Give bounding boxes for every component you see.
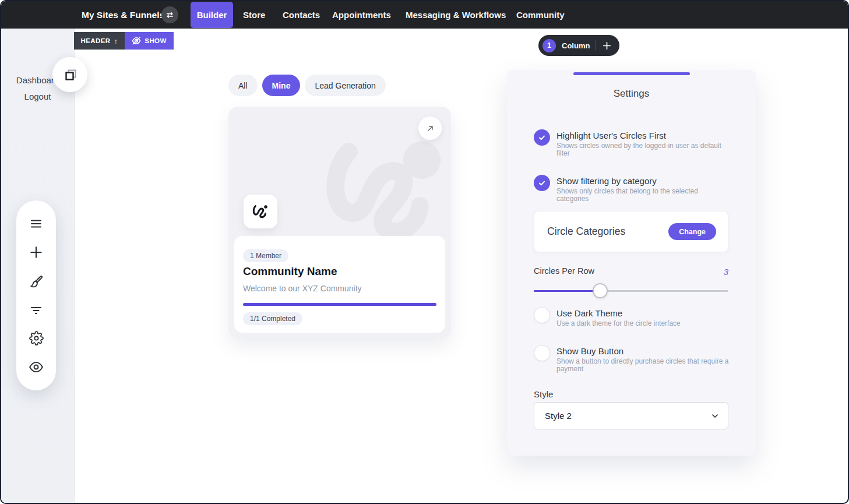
menu-button[interactable] [28,216,44,232]
up-arrow-icon: ↑ [114,37,118,45]
community-card: 1 Member Community Name Welcome to our X… [228,107,451,338]
settings-panel: Settings Highlight User's Circles First … [507,70,756,456]
app-window: My Sites & Funnels Builder Store Contact… [0,0,849,504]
filter-chip-lead-generation[interactable]: Lead Generation [305,75,385,96]
column-label: Column [562,41,590,50]
circles-per-row-value: 3 [724,267,728,277]
squiggle-watermark [322,129,447,254]
setting-highlight-circles: Highlight User's Circles First Shows cir… [534,129,732,162]
add-icon [29,245,44,260]
external-link-icon [425,124,435,133]
design-button[interactable] [28,273,44,289]
column-selector[interactable]: 1 Column [538,35,619,56]
open-community-button[interactable] [418,117,442,140]
swap-sites-button[interactable] [161,6,178,23]
preview-button[interactable] [28,359,44,375]
style-label: Style [534,389,553,399]
settings-button[interactable] [28,330,44,347]
community-subtitle: Welcome to our XYZ Community [243,284,362,293]
circles-per-row-slider[interactable] [534,283,728,298]
add-column-icon[interactable] [602,41,612,51]
filter-chip-all[interactable]: All [228,75,258,96]
setting-label: Show Buy Button [556,346,623,356]
column-count-badge: 1 [542,39,556,52]
circle-categories-label: Circle Categories [547,212,625,252]
member-count-badge: 1 Member [243,249,288,262]
community-logo [244,195,277,228]
change-categories-button[interactable]: Change [668,223,716,240]
brush-icon [29,273,44,288]
swap-icon [165,10,175,20]
tab-contacts[interactable]: Contacts [283,1,320,29]
setting-desc: Show a button to directly purchase circl… [556,358,731,373]
filter-button[interactable] [28,302,44,318]
style-select[interactable]: Style 2 [534,402,728,429]
menu-icon [29,217,43,231]
panel-accent-bar [573,72,690,75]
community-card-body: 1 Member Community Name Welcome to our X… [234,236,445,333]
filter-icon [29,303,43,317]
setting-desc: Shows only circles that belong to the se… [556,188,731,203]
slider-fill [534,290,600,292]
setting-label: Use Dark Theme [556,308,622,318]
progress-bar [243,303,436,306]
selected-element-label: HEADER [81,37,111,44]
filter-chip-mine[interactable]: Mine [262,75,301,96]
brand-title[interactable]: My Sites & Funnels [82,1,164,29]
copy-icon [62,67,78,83]
setting-desc: Shows circles owned by the logged-in use… [556,142,731,157]
squiggle-icon [252,203,269,220]
filter-category-checkbox[interactable] [534,175,550,191]
completed-badge: 1/1 Completed [243,312,302,325]
tab-messaging-workflows[interactable]: Messaging & Workflows [406,1,506,29]
tab-appointments[interactable]: Appointments [332,1,391,29]
add-element-button[interactable] [28,244,44,260]
settings-title: Settings [507,88,756,100]
slider-thumb[interactable] [593,283,608,298]
eye-icon [29,360,44,375]
setting-dark-theme: Use Dark Theme Use a dark theme for the … [534,307,732,335]
eye-off-icon [132,36,141,45]
circles-per-row-label: Circles Per Row [534,266,594,276]
style-select-value: Style 2 [545,411,572,421]
top-nav: My Sites & Funnels Builder Store Contact… [1,1,848,29]
setting-filter-category: Show filtering by category Shows only ci… [534,175,732,207]
check-icon [538,179,546,187]
show-button-label: SHOW [145,37,166,44]
circle-categories-box: Circle Categories Change [534,211,728,252]
selected-element-tag[interactable]: HEADER ↑ [74,32,125,50]
pages-button[interactable] [52,57,87,92]
sidebar-link-logout[interactable]: Logout [1,91,74,101]
highlight-circles-checkbox[interactable] [534,129,550,146]
check-icon [538,133,546,142]
gear-icon [29,331,44,346]
category-filter-chips: All Mine Lead Generation [228,75,386,96]
chevron-down-icon [710,411,720,421]
tab-community[interactable]: Community [516,1,565,29]
tab-builder[interactable]: Builder [191,2,233,28]
setting-label: Highlight User's Circles First [556,131,666,140]
setting-buy-button: Show Buy Button Show a button to directl… [534,345,732,378]
dark-theme-checkbox[interactable] [534,307,550,323]
setting-desc: Use a dark theme for the circle interfac… [556,320,731,327]
setting-label: Show filtering by category [556,176,657,186]
community-title: Community Name [243,265,337,278]
tab-store[interactable]: Store [243,1,265,29]
show-element-button[interactable]: SHOW [125,32,174,50]
builder-toolbar [16,200,56,390]
buy-button-checkbox[interactable] [534,345,550,361]
pill-divider [596,40,596,51]
